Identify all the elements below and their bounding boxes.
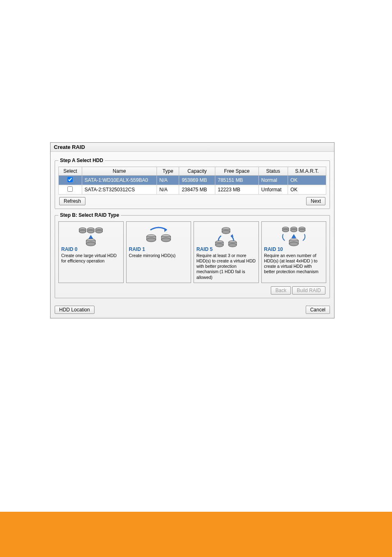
dialog-body: Step A Select HDD Select Name Type Capac… — [51, 152, 334, 318]
raid-option-card[interactable]: RAID 1 Create mirroring HDD(s) — [126, 221, 191, 283]
step-b-legend: Step B: Select RAID Type — [58, 212, 121, 218]
raid-icon — [264, 224, 324, 245]
refresh-button[interactable]: Refresh — [59, 197, 85, 205]
next-button[interactable]: Next — [306, 197, 325, 205]
svg-point-2 — [79, 230, 86, 233]
row-checkbox[interactable] — [67, 186, 73, 192]
svg-point-22 — [222, 230, 230, 234]
hdd-location-button[interactable]: HDD Location — [55, 306, 95, 314]
svg-point-5 — [88, 230, 95, 233]
table-row[interactable]: SATA-1:WD10EALX-559BA0N/A953869 MB785151… — [59, 176, 326, 185]
cancel-button[interactable]: Cancel — [306, 306, 330, 314]
raid-title: RAID 0 — [61, 246, 121, 252]
raid-icon — [196, 224, 256, 245]
cell-smart: OK — [288, 185, 326, 195]
raid-description: Require at least 3 or more HDD(s) to cre… — [196, 253, 256, 280]
svg-point-8 — [96, 230, 103, 233]
svg-marker-13 — [164, 228, 167, 232]
back-button[interactable]: Back — [271, 286, 291, 295]
col-type[interactable]: Type — [157, 167, 179, 176]
svg-marker-40 — [291, 234, 296, 238]
cell-status: Unformat — [258, 185, 288, 195]
svg-point-12 — [86, 242, 95, 246]
raid-title: RAID 5 — [196, 246, 256, 252]
svg-point-39 — [299, 229, 305, 232]
cell-capacity: 953869 MB — [179, 176, 215, 185]
raid-option-card[interactable]: RAID 10 Require an even number of HDD(s)… — [261, 221, 327, 283]
col-smart[interactable]: S.M.A.R.T. — [288, 167, 326, 176]
col-freespace[interactable]: Free Space — [215, 167, 259, 176]
col-status[interactable]: Status — [258, 167, 288, 176]
svg-point-43 — [289, 242, 298, 246]
raid-icon — [129, 224, 189, 245]
step-a-legend: Step A Select HDD — [58, 158, 105, 163]
raid-title: RAID 1 — [129, 246, 189, 252]
raid-icon — [61, 224, 121, 245]
table-row[interactable]: SATA-2:ST3250312CSN/A238475 MB12223 MBUn… — [59, 185, 326, 195]
cell-capacity: 238475 MB — [179, 185, 215, 195]
svg-point-30 — [228, 244, 237, 247]
cell-freespace: 785151 MB — [215, 176, 259, 185]
cell-freespace: 12223 MB — [215, 185, 259, 195]
dialog-title: Create RAID — [51, 143, 334, 152]
raid-title: RAID 10 — [264, 246, 324, 252]
cell-name: SATA-2:ST3250312CS — [82, 185, 157, 195]
cell-smart: OK — [288, 176, 326, 185]
raid-description: Create mirroring HDD(s) — [129, 253, 189, 258]
row-checkbox[interactable] — [67, 177, 73, 182]
page-footer-bar — [0, 512, 392, 557]
raid-description: Create one large virtual HDD for efficie… — [61, 253, 121, 264]
svg-point-19 — [161, 238, 171, 242]
cell-type: N/A — [157, 185, 179, 195]
svg-point-36 — [291, 229, 297, 232]
cell-name: SATA-1:WD10EALX-559BA0 — [82, 176, 157, 185]
col-capacity[interactable]: Capacity — [179, 167, 215, 176]
hdd-table: Select Name Type Capacity Free Space Sta… — [58, 167, 326, 195]
raid-option-card[interactable]: RAID 5 Require at least 3 or more HDD(s)… — [194, 221, 259, 283]
cell-status: Normal — [258, 176, 288, 185]
raid-description: Require an even number of HDD(s) (at lea… — [264, 253, 324, 275]
col-select[interactable]: Select — [59, 167, 82, 176]
svg-point-33 — [282, 229, 288, 232]
col-name[interactable]: Name — [82, 167, 157, 176]
create-raid-dialog: Create RAID Step A Select HDD Select Nam… — [50, 142, 334, 318]
build-raid-button[interactable]: Build RAID — [292, 286, 325, 295]
raid-option-card[interactable]: RAID 0 Create one large virtual HDD for … — [58, 221, 124, 283]
cell-type: N/A — [157, 176, 179, 185]
step-a-fieldset: Step A Select HDD Select Name Type Capac… — [55, 158, 330, 209]
svg-point-16 — [147, 238, 156, 242]
step-b-fieldset: Step B: Select RAID Type RAID 0 Create o… — [55, 212, 330, 298]
svg-point-27 — [215, 244, 224, 247]
svg-marker-9 — [88, 235, 93, 239]
